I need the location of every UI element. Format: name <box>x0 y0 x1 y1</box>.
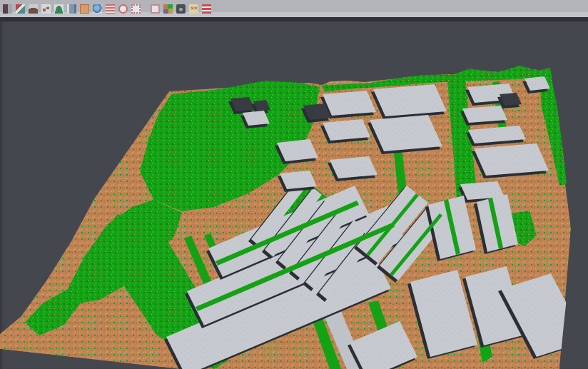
layer-bars-button[interactable] <box>201 1 213 16</box>
thin-points-icon <box>41 4 51 14</box>
classified-cloud-icon <box>163 4 173 14</box>
registration-icon <box>16 4 25 14</box>
toolbar <box>0 0 588 17</box>
tile-boundary-icon <box>151 4 160 14</box>
tile-boundary-button[interactable] <box>149 1 161 16</box>
profile-view-button[interactable] <box>66 1 78 16</box>
circle-select-button[interactable] <box>117 1 129 16</box>
class-list-button[interactable] <box>104 1 116 16</box>
delete-marks-button[interactable] <box>188 1 200 16</box>
registration-button[interactable] <box>14 1 26 16</box>
class-list-icon <box>106 4 115 14</box>
thin-points-button[interactable] <box>40 1 52 16</box>
layer-bars-icon <box>202 4 211 14</box>
extent-select-icon <box>131 4 141 14</box>
extent-select-button[interactable] <box>130 1 142 16</box>
terrain-model-button[interactable] <box>53 1 65 16</box>
edit-points-button[interactable] <box>1 1 14 16</box>
camera-view-button[interactable] <box>175 1 187 16</box>
classified-cloud-button[interactable] <box>162 1 174 16</box>
tin-surface-button[interactable] <box>27 1 39 16</box>
profile-view-icon <box>67 4 76 14</box>
orthophoto-button[interactable] <box>78 1 91 16</box>
globe-view-icon <box>93 4 102 14</box>
camera-view-icon <box>176 4 186 14</box>
point-cloud-scene <box>0 21 588 369</box>
edit-points-icon <box>3 4 12 14</box>
circle-select-icon <box>118 4 128 14</box>
delete-marks-icon <box>189 4 198 14</box>
globe-view-button[interactable] <box>91 1 103 16</box>
viewport-3d[interactable] <box>0 21 588 369</box>
tin-surface-icon <box>29 4 38 14</box>
orthophoto-icon <box>80 4 89 14</box>
terrain-model-icon <box>54 4 64 14</box>
